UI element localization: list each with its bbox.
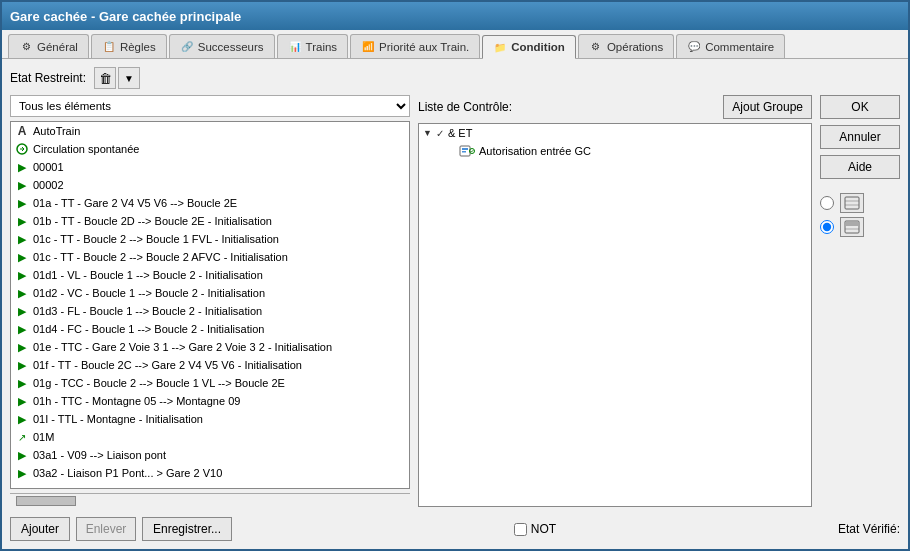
- title-bar: Gare cachée - Gare cachée principale: [2, 2, 908, 30]
- etat-dropdown-container: 🗑 ▼: [94, 67, 140, 89]
- etat-icon-btn[interactable]: 🗑: [94, 67, 116, 89]
- tab-successeurs[interactable]: 🔗 Successeurs: [169, 34, 275, 58]
- expand-icon: ▼: [423, 128, 432, 138]
- condition-icon: 📁: [493, 40, 507, 54]
- regles-icon: 📋: [102, 40, 116, 54]
- list-item[interactable]: ▶ 01d4 - FC - Boucle 1 --> Boucle 2 - In…: [11, 320, 409, 338]
- tab-commentaire[interactable]: 💬 Commentaire: [676, 34, 785, 58]
- and-label: & ET: [448, 127, 472, 139]
- list-item[interactable]: ▶ 01I - TTL - Montagne - Initialisation: [11, 410, 409, 428]
- checkmark-icon: ✓: [436, 128, 444, 139]
- right-btn-group: OK Annuler Aide: [820, 95, 900, 507]
- arrow-icon: ▶: [15, 268, 29, 282]
- list-item[interactable]: A AutoTrain: [11, 122, 409, 140]
- tab-trains[interactable]: 📊 Trains: [277, 34, 349, 58]
- list-item[interactable]: ▶ 01d1 - VL - Boucle 1 --> Boucle 2 - In…: [11, 266, 409, 284]
- list-item[interactable]: ▶ 00002: [11, 176, 409, 194]
- radio-1[interactable]: [820, 196, 834, 210]
- window-title: Gare cachée - Gare cachée principale: [10, 9, 241, 24]
- tab-regles[interactable]: 📋 Règles: [91, 34, 167, 58]
- list-item[interactable]: ▶ 01c - TT - Boucle 2 --> Boucle 2 AFVC …: [11, 248, 409, 266]
- list-item[interactable]: ▶ 01h - TTC - Montagne 05 --> Montagne 0…: [11, 392, 409, 410]
- not-checkbox[interactable]: [514, 523, 527, 536]
- list-item[interactable]: ▶ 03a2 - Liaison P1 Pont... > Gare 2 V10: [11, 464, 409, 482]
- svg-rect-5: [845, 197, 859, 209]
- list-item[interactable]: ▶ 01d2 - VC - Boucle 1 --> Boucle 2 - In…: [11, 284, 409, 302]
- etat-verifie-label: Etat Vérifié:: [838, 522, 900, 536]
- bottom-left: Ajouter Enlever Enregistrer...: [10, 517, 232, 541]
- trains-icon: 📊: [288, 40, 302, 54]
- arrow-icon: ▶: [15, 394, 29, 408]
- arrow-icon: ▶: [15, 466, 29, 480]
- not-checkbox-label: NOT: [514, 522, 556, 536]
- list-item[interactable]: ▶ 01d3 - FL - Boucle 1 --> Boucle 2 - In…: [11, 302, 409, 320]
- tab-condition[interactable]: 📁 Condition: [482, 35, 576, 59]
- list-item[interactable]: Circulation spontanée: [11, 140, 409, 158]
- list-item[interactable]: ▶ 01a - TT - Gare 2 V4 V5 V6 --> Boucle …: [11, 194, 409, 212]
- arrow-icon: ▶: [15, 286, 29, 300]
- hscroll-thumb[interactable]: [16, 496, 76, 506]
- arrow-icon: ▶: [15, 448, 29, 462]
- enregistrer-button[interactable]: Enregistrer...: [142, 517, 232, 541]
- arrow-icon: ▶: [15, 340, 29, 354]
- arrow-icon: ▶: [15, 250, 29, 264]
- list-item[interactable]: ▶ 00001: [11, 158, 409, 176]
- auth-item-icon: [459, 144, 475, 158]
- list-item[interactable]: ▶ 01f - TT - Boucle 2C --> Gare 2 V4 V5 …: [11, 356, 409, 374]
- radio-2[interactable]: [820, 220, 834, 234]
- list-item[interactable]: ▶ 01e - TTC - Gare 2 Voie 3 1 --> Gare 2…: [11, 338, 409, 356]
- main-content: Etat Restreint: 🗑 ▼ Tous les éléments A …: [2, 59, 908, 549]
- tab-operations[interactable]: ⚙ Opérations: [578, 34, 674, 58]
- a-icon: A: [15, 124, 29, 138]
- svg-rect-3: [462, 151, 466, 153]
- right-list-item[interactable]: Autorisation entrée GC: [419, 142, 811, 160]
- left-list[interactable]: A AutoTrain Circulation spontanée ▶ 0000…: [10, 121, 410, 489]
- radio-row-2: [820, 217, 900, 237]
- bottom-right: Etat Vérifié:: [838, 522, 900, 536]
- liste-controle-label: Liste de Contrôle:: [418, 100, 512, 114]
- icon-square-2: [840, 217, 864, 237]
- right-list[interactable]: ▼ ✓ & ET: [418, 123, 812, 507]
- auth-label: Autorisation entrée GC: [479, 145, 591, 157]
- list-item[interactable]: ▶ 01g - TCC - Boucle 2 --> Boucle 1 VL -…: [11, 374, 409, 392]
- arrow-icon: ▶: [15, 214, 29, 228]
- annuler-button[interactable]: Annuler: [820, 125, 900, 149]
- svg-rect-9: [846, 222, 858, 226]
- tab-bar: ⚙ Général 📋 Règles 🔗 Successeurs 📊 Train…: [2, 30, 908, 59]
- svg-rect-2: [462, 148, 468, 150]
- left-hscrollbar[interactable]: [10, 493, 410, 507]
- left-panel: Tous les éléments A AutoTrain Circulatio…: [10, 95, 410, 507]
- right-list-item[interactable]: ▼ ✓ & ET: [419, 124, 811, 142]
- main-window: Gare cachée - Gare cachée principale ⚙ G…: [0, 0, 910, 551]
- aide-button[interactable]: Aide: [820, 155, 900, 179]
- middle-row: Tous les éléments A AutoTrain Circulatio…: [10, 95, 900, 507]
- list-item[interactable]: ▶ 01b - TT - Boucle 2D --> Boucle 2E - I…: [11, 212, 409, 230]
- list-item[interactable]: ↗ 01M: [11, 428, 409, 446]
- right-panel: Liste de Contrôle: Ajout Groupe ▼ ✓ & ET: [418, 95, 812, 507]
- arrow-icon: ▶: [15, 304, 29, 318]
- radio-group: [820, 193, 900, 237]
- right-panel-header: Liste de Contrôle: Ajout Groupe: [418, 95, 812, 119]
- list-item[interactable]: ▶ 03a1 - V09 --> Liaison pont: [11, 446, 409, 464]
- circ-icon: [15, 142, 29, 156]
- enlever-button[interactable]: Enlever: [76, 517, 136, 541]
- tab-general[interactable]: ⚙ Général: [8, 34, 89, 58]
- tab-priorite[interactable]: 📶 Priorité aux Train.: [350, 34, 480, 58]
- commentaire-icon: 💬: [687, 40, 701, 54]
- arrow-icon: ▶: [15, 412, 29, 426]
- arrow-icon: ▶: [15, 322, 29, 336]
- ajouter-button[interactable]: Ajouter: [10, 517, 70, 541]
- list-item[interactable]: ▶ 01c - TT - Boucle 2 --> Boucle 1 FVL -…: [11, 230, 409, 248]
- etat-dropdown-btn[interactable]: ▼: [118, 67, 140, 89]
- etat-restreint-label: Etat Restreint:: [10, 71, 86, 85]
- priorite-icon: 📶: [361, 40, 375, 54]
- not-label: NOT: [531, 522, 556, 536]
- arrow-icon: ▶: [15, 160, 29, 174]
- etat-restreint-row: Etat Restreint: 🗑 ▼: [10, 67, 900, 89]
- ajout-groupe-button[interactable]: Ajout Groupe: [723, 95, 812, 119]
- radio-row-1: [820, 193, 900, 213]
- general-icon: ⚙: [19, 40, 33, 54]
- elements-dropdown[interactable]: Tous les éléments: [10, 95, 410, 117]
- ok-button[interactable]: OK: [820, 95, 900, 119]
- arrow-icon: ▶: [15, 178, 29, 192]
